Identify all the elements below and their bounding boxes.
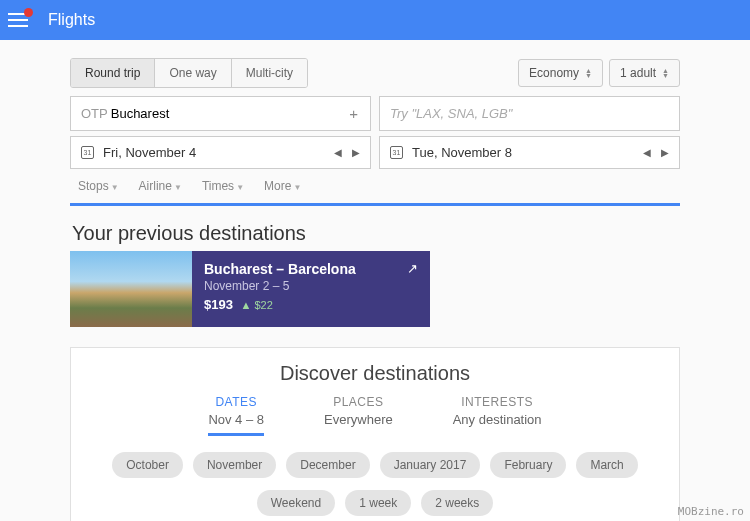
duration-chips: Weekend 1 week 2 weeks [71, 490, 679, 516]
origin-code: OTP [81, 106, 108, 121]
calendar-icon: 31 [390, 146, 403, 159]
origin-input[interactable]: OTP Bucharest + [70, 96, 371, 131]
tab-one-way[interactable]: One way [155, 59, 231, 87]
previous-heading: Your previous destinations [70, 222, 680, 245]
tab-dates[interactable]: DATES Nov 4 – 8 [208, 395, 264, 436]
destination-card[interactable]: Bucharest – Barcelona November 2 – 5 $19… [70, 251, 430, 327]
return-date: Tue, November 8 [412, 145, 512, 160]
pax-label: 1 adult [620, 66, 656, 80]
depart-date: Fri, November 4 [103, 145, 196, 160]
app-header: Flights [0, 0, 750, 40]
depart-date-input[interactable]: 31 Fri, November 4 ◀ ▶ [70, 136, 371, 169]
app-title: Flights [48, 11, 95, 29]
destination-input[interactable]: Try "LAX, SNA, LGB" [379, 96, 680, 131]
top-row: Round trip One way Multi-city Economy ▲▼… [70, 58, 680, 88]
filter-bar: Stops▼ Airline▼ Times▼ More▼ [70, 169, 680, 206]
return-arrows: ◀ ▶ [643, 147, 669, 158]
next-day-icon[interactable]: ▶ [352, 147, 360, 158]
chip-month[interactable]: November [193, 452, 276, 478]
chip-month[interactable]: January 2017 [380, 452, 481, 478]
chip-month[interactable]: October [112, 452, 183, 478]
tab-interests-label: INTERESTS [453, 395, 542, 409]
trip-type-tabs: Round trip One way Multi-city [70, 58, 308, 88]
tab-places[interactable]: PLACES Everywhere [324, 395, 393, 436]
tab-places-value: Everywhere [324, 412, 393, 427]
tab-dates-value: Nov 4 – 8 [208, 412, 264, 427]
card-thumbnail [70, 251, 192, 327]
airports-row: OTP Bucharest + Try "LAX, SNA, LGB" [70, 96, 680, 131]
month-chips: October November December January 2017 F… [71, 452, 679, 478]
card-body: Bucharest – Barcelona November 2 – 5 $19… [192, 251, 430, 327]
calendar-icon: 31 [81, 146, 94, 159]
depart-arrows: ◀ ▶ [334, 147, 360, 158]
filter-airline[interactable]: Airline▼ [139, 179, 182, 193]
cabin-label: Economy [529, 66, 579, 80]
updown-icon: ▲▼ [662, 68, 669, 78]
menu-icon[interactable] [8, 13, 28, 27]
origin-city: Bucharest [111, 106, 170, 121]
chip-month[interactable]: December [286, 452, 369, 478]
chip-month[interactable]: March [576, 452, 637, 478]
chip-month[interactable]: February [490, 452, 566, 478]
card-priceline: $193 ▲ $22 [204, 297, 418, 312]
main-container: Round trip One way Multi-city Economy ▲▼… [70, 58, 680, 521]
trip-options: Economy ▲▼ 1 adult ▲▼ [518, 59, 680, 87]
chip-duration[interactable]: 1 week [345, 490, 411, 516]
add-origin-icon[interactable]: + [349, 105, 358, 122]
previous-destinations: Your previous destinations Bucharest – B… [70, 222, 680, 327]
return-date-input[interactable]: 31 Tue, November 8 ◀ ▶ [379, 136, 680, 169]
tab-round-trip[interactable]: Round trip [71, 59, 155, 87]
filter-stops[interactable]: Stops▼ [78, 179, 119, 193]
tab-dates-label: DATES [208, 395, 264, 409]
filter-times[interactable]: Times▼ [202, 179, 244, 193]
card-price: $193 [204, 297, 233, 312]
card-change: ▲ $22 [241, 299, 273, 311]
notification-dot [24, 8, 33, 17]
destination-placeholder: Try "LAX, SNA, LGB" [390, 106, 512, 121]
card-dates: November 2 – 5 [204, 279, 418, 293]
watermark: MOBzine.ro [678, 505, 744, 518]
discover-heading: Discover destinations [71, 362, 679, 385]
tab-multi-city[interactable]: Multi-city [232, 59, 307, 87]
chip-duration[interactable]: Weekend [257, 490, 335, 516]
discover-tabs: DATES Nov 4 – 8 PLACES Everywhere INTERE… [71, 395, 679, 436]
passenger-select[interactable]: 1 adult ▲▼ [609, 59, 680, 87]
discover-section: Discover destinations DATES Nov 4 – 8 PL… [70, 347, 680, 521]
card-route: Bucharest – Barcelona [204, 261, 418, 277]
filter-more[interactable]: More▼ [264, 179, 301, 193]
tab-interests-value: Any destination [453, 412, 542, 427]
chip-duration[interactable]: 2 weeks [421, 490, 493, 516]
prev-day-icon[interactable]: ◀ [334, 147, 342, 158]
trend-icon: ↗ [407, 261, 418, 276]
prev-day-icon[interactable]: ◀ [643, 147, 651, 158]
cabin-select[interactable]: Economy ▲▼ [518, 59, 603, 87]
tab-interests[interactable]: INTERESTS Any destination [453, 395, 542, 436]
dates-row: 31 Fri, November 4 ◀ ▶ 31 Tue, November … [70, 136, 680, 169]
updown-icon: ▲▼ [585, 68, 592, 78]
tab-places-label: PLACES [324, 395, 393, 409]
next-day-icon[interactable]: ▶ [661, 147, 669, 158]
